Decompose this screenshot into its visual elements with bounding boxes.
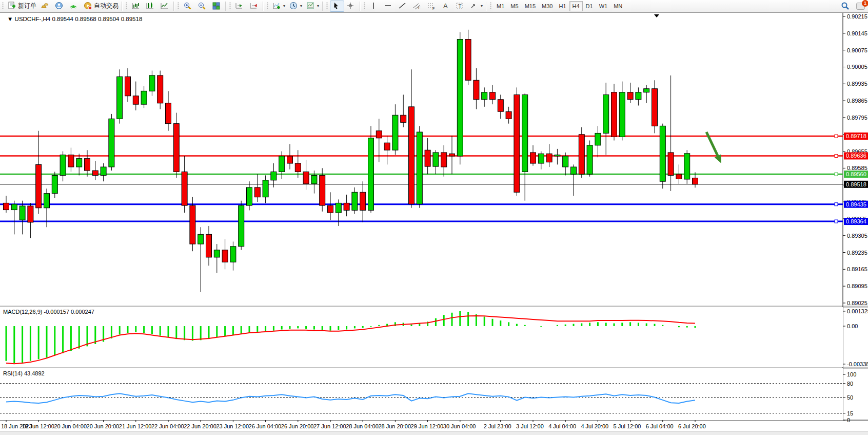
tile-windows-button[interactable] <box>210 1 224 12</box>
candle-body-bull <box>644 89 649 92</box>
toolbar-separator <box>263 2 264 11</box>
label-button[interactable]: T <box>453 1 468 12</box>
expert-button[interactable] <box>53 1 67 12</box>
auto-scroll-button[interactable] <box>233 1 247 12</box>
chart-window[interactable]: 0.902150.901450.900750.900050.899350.898… <box>0 12 868 432</box>
toolbar-grip <box>177 2 180 10</box>
timeframe-m30-button[interactable]: M30 <box>539 1 556 11</box>
candle-body-bull <box>11 204 17 210</box>
crosshair-button[interactable] <box>344 1 359 12</box>
candle-body-bear <box>295 163 301 172</box>
line-handle[interactable] <box>835 154 838 157</box>
candle-body-bear <box>166 103 171 124</box>
candle-body-bull <box>19 206 25 220</box>
timeframe-d1-button[interactable]: D1 <box>583 1 596 11</box>
svg-text:E: E <box>418 6 421 10</box>
candle-body-bull <box>44 194 50 208</box>
candle-body-bear <box>4 203 9 210</box>
candle-body-bull <box>660 126 665 181</box>
chart-svg: 0.902150.901450.900750.900050.899350.898… <box>0 13 868 432</box>
timeframe-m5-button[interactable]: M5 <box>507 1 521 11</box>
timeframe-m1-button[interactable]: M1 <box>494 1 507 11</box>
expert-icon <box>55 2 64 10</box>
candle-body-bear <box>514 94 520 192</box>
zoom-in-button[interactable] <box>181 1 195 12</box>
toolbar-separator <box>225 2 226 11</box>
candle-body-bull <box>336 203 341 213</box>
candle-body-bear <box>303 172 309 183</box>
search-icon <box>841 2 850 10</box>
text-button[interactable]: A <box>439 1 453 12</box>
svg-text:A: A <box>443 2 448 10</box>
vline-button[interactable] <box>367 1 382 12</box>
zoom-out-button[interactable] <box>195 1 210 12</box>
fibo-icon: F <box>427 2 436 10</box>
labelT-icon: T <box>456 2 464 10</box>
indicators-button[interactable]: ▾ <box>270 1 287 12</box>
line-handle[interactable] <box>835 220 838 223</box>
toolbar-separator <box>322 2 323 11</box>
rsi-pane[interactable] <box>0 368 843 420</box>
macd-pane[interactable] <box>0 307 843 367</box>
timeframe-w1-button[interactable]: W1 <box>596 1 611 11</box>
line-handle[interactable] <box>835 173 838 176</box>
search-button[interactable] <box>839 1 853 12</box>
toolbar-grip <box>229 2 231 10</box>
channel-button[interactable]: E <box>410 1 425 12</box>
chart-shift-button[interactable] <box>247 1 262 12</box>
zoomout-icon <box>198 2 206 10</box>
arrows-button-caret[interactable]: ▾ <box>481 4 483 8</box>
chat-button[interactable]: 1 <box>856 3 865 10</box>
indadd-icon <box>272 2 281 10</box>
clock-icon <box>289 2 298 10</box>
templates-button[interactable]: ▾ <box>304 1 321 12</box>
cursor-button[interactable] <box>330 1 344 12</box>
line-chart-button[interactable] <box>158 1 172 12</box>
toolbar-grip <box>489 2 492 10</box>
fibo-button[interactable]: F <box>425 1 439 12</box>
trendline-button[interactable] <box>396 1 410 12</box>
candle-body-bull <box>684 154 690 179</box>
toolbar-separator <box>173 2 174 11</box>
autotrade-button[interactable]: 自动交易 <box>82 1 121 12</box>
candle-body-bear <box>360 192 366 210</box>
candle-body-bull <box>311 175 317 183</box>
signals-button[interactable] <box>67 1 82 12</box>
candle <box>109 114 114 171</box>
tile-icon <box>212 2 221 10</box>
new-order-button[interactable]: 新订单 <box>6 1 38 12</box>
candle-chart-button[interactable] <box>144 1 158 12</box>
shapes-icon <box>470 2 479 10</box>
autotrade-icon <box>84 2 92 10</box>
toolbar-grip <box>363 2 366 10</box>
candle-body-bear <box>254 187 260 197</box>
time-axis[interactable] <box>0 420 843 431</box>
candle-body-bull <box>263 180 268 197</box>
candle-body-bear <box>384 143 390 150</box>
timeframe-m15-button[interactable]: M15 <box>522 1 539 11</box>
bars-icon <box>131 2 140 10</box>
periods-button-caret[interactable]: ▾ <box>300 4 302 8</box>
candle-body-bull <box>522 94 528 172</box>
candle-body-bull <box>587 145 593 174</box>
candle <box>514 87 520 196</box>
vline-icon <box>369 2 378 10</box>
timeframe-h1-button[interactable]: H1 <box>556 1 569 11</box>
line-handle[interactable] <box>835 135 838 138</box>
toolbar-grip <box>125 2 128 10</box>
bar-chart-button[interactable] <box>129 1 144 12</box>
timeframe-h4-button[interactable]: H4 <box>569 1 583 11</box>
periods-button[interactable]: ▾ <box>287 1 304 12</box>
candle-body-bear <box>157 75 163 103</box>
candle-body-bear <box>409 107 415 204</box>
timeframe-mn-button[interactable]: MN <box>610 1 625 11</box>
hline-icon <box>384 2 392 10</box>
price-axis[interactable] <box>843 13 868 420</box>
candle <box>587 140 593 176</box>
indicators-button-caret[interactable]: ▾ <box>283 4 285 8</box>
arrows-button[interactable]: ▾ <box>468 1 485 12</box>
deposit-button[interactable] <box>38 1 53 12</box>
hline-button[interactable] <box>382 1 396 12</box>
templates-button-caret[interactable]: ▾ <box>317 4 319 8</box>
line-handle[interactable] <box>835 203 838 206</box>
